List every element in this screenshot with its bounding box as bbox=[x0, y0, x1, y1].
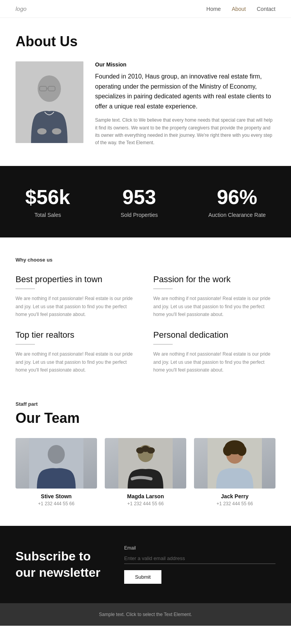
svg-point-6 bbox=[52, 128, 61, 134]
navbar: logo Home About Contact bbox=[0, 0, 291, 18]
nav-contact[interactable]: Contact bbox=[257, 6, 275, 12]
team-section: Staff part Our Team Stive Stown +1 232 4… bbox=[0, 393, 291, 526]
svg-point-17 bbox=[223, 445, 232, 456]
svg-point-8 bbox=[48, 445, 65, 464]
email-label: Email bbox=[124, 545, 275, 551]
svg-point-18 bbox=[237, 445, 246, 456]
email-input[interactable] bbox=[124, 553, 275, 564]
why-title-0: Best properties in town bbox=[16, 274, 138, 284]
svg-point-13 bbox=[147, 447, 155, 454]
why-text-0: We are nothing if not passionate! Real e… bbox=[16, 295, 138, 318]
team-grid: Stive Stown +1 232 444 55 66 bbox=[16, 438, 275, 506]
mission-photo bbox=[16, 61, 83, 143]
stat-clearance-rate: 96% Auction Clearance Rate bbox=[208, 185, 266, 218]
why-text-2: We are nothing if not passionate! Real e… bbox=[16, 350, 138, 374]
svg-point-1 bbox=[38, 75, 61, 102]
team-subtitle: Staff part bbox=[16, 401, 275, 407]
team-person-0-illustration bbox=[16, 438, 97, 489]
why-section: Why choose us Best properties in town We… bbox=[0, 237, 291, 393]
stat-label-sales: Total Sales bbox=[25, 212, 70, 218]
stat-label-properties: Sold Properties bbox=[121, 212, 158, 218]
why-item-3: Personal dedication We are nothing if no… bbox=[153, 330, 275, 374]
team-member-0: Stive Stown +1 232 444 55 66 bbox=[16, 438, 97, 506]
nav-about[interactable]: About bbox=[232, 6, 246, 12]
why-divider-3 bbox=[153, 344, 173, 345]
stats-section: $56k Total Sales 953 Sold Properties 96%… bbox=[0, 166, 291, 237]
team-photo-0 bbox=[16, 438, 97, 489]
team-phone-0: +1 232 444 55 66 bbox=[16, 501, 97, 506]
mission-text: Our Mission Founded in 2010, Haus group,… bbox=[95, 61, 275, 147]
team-person-1-illustration bbox=[105, 438, 186, 489]
newsletter-title: Subscribe to our newsletter bbox=[16, 548, 101, 581]
team-person-2-illustration bbox=[194, 438, 275, 489]
stat-value-sales: $56k bbox=[25, 185, 70, 209]
team-title: Our Team bbox=[16, 410, 275, 426]
why-subtitle: Why choose us bbox=[16, 257, 275, 263]
nav-home[interactable]: Home bbox=[206, 6, 221, 12]
stat-total-sales: $56k Total Sales bbox=[25, 185, 70, 218]
stat-label-clearance: Auction Clearance Rate bbox=[208, 212, 266, 218]
why-item-0: Best properties in town We are nothing i… bbox=[16, 274, 138, 318]
why-divider-2 bbox=[16, 344, 35, 345]
team-phone-1: +1 232 444 55 66 bbox=[105, 501, 186, 506]
stat-value-clearance: 96% bbox=[208, 185, 266, 209]
why-item-2: Top tier realtors We are nothing if not … bbox=[16, 330, 138, 374]
team-name-1: Magda Larson bbox=[105, 493, 186, 499]
team-member-2: Jack Perry +1 232 444 55 66 bbox=[194, 438, 275, 506]
team-name-2: Jack Perry bbox=[194, 493, 275, 499]
why-grid: Best properties in town We are nothing i… bbox=[16, 274, 275, 374]
mission-section: Our Mission Founded in 2010, Haus group,… bbox=[16, 61, 275, 147]
why-item-1: Passion for the work We are nothing if n… bbox=[153, 274, 275, 318]
newsletter-section: Subscribe to our newsletter Email Submit bbox=[0, 526, 291, 603]
mission-main-text: Founded in 2010, Haus group, an innovati… bbox=[95, 72, 275, 111]
why-title-3: Personal dedication bbox=[153, 330, 275, 340]
why-title-2: Top tier realtors bbox=[16, 330, 138, 340]
stat-value-properties: 953 bbox=[121, 185, 158, 209]
person-illustration bbox=[16, 61, 83, 143]
mission-sub-text: Sample text. Click to We believe that ev… bbox=[95, 117, 275, 147]
why-title-1: Passion for the work bbox=[153, 274, 275, 284]
team-name-0: Stive Stown bbox=[16, 493, 97, 499]
nav-links: Home About Contact bbox=[206, 6, 275, 12]
stat-sold-properties: 953 Sold Properties bbox=[121, 185, 158, 218]
team-phone-2: +1 232 444 55 66 bbox=[194, 501, 275, 506]
why-text-1: We are nothing if not passionate! Real e… bbox=[153, 295, 275, 318]
why-divider-1 bbox=[153, 288, 173, 289]
footer: Sample text. Click to select the Text El… bbox=[0, 603, 291, 626]
submit-button[interactable]: Submit bbox=[124, 570, 161, 584]
team-photo-2 bbox=[194, 438, 275, 489]
mission-heading: Our Mission bbox=[95, 61, 275, 68]
team-photo-1 bbox=[105, 438, 186, 489]
mission-image bbox=[16, 61, 83, 143]
svg-point-5 bbox=[37, 128, 47, 134]
why-text-3: We are nothing if not passionate! Real e… bbox=[153, 350, 275, 374]
newsletter-form: Email Submit bbox=[124, 545, 275, 584]
footer-text: Sample text. Click to select the Text El… bbox=[99, 612, 192, 617]
about-header: About Us bbox=[16, 33, 275, 50]
team-member-1: Magda Larson +1 232 444 55 66 bbox=[105, 438, 186, 506]
nav-logo: logo bbox=[16, 5, 26, 12]
about-title: About Us bbox=[16, 33, 275, 50]
why-divider-0 bbox=[16, 288, 35, 289]
